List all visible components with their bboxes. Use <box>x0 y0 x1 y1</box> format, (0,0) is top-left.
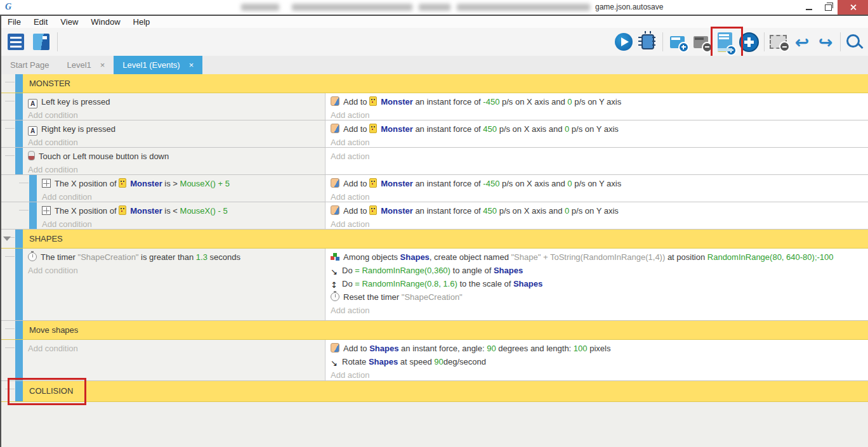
conditions-cell[interactable]: Add condition <box>23 340 325 380</box>
undo-button[interactable]: ↩ <box>791 30 813 53</box>
text-segment: to the scale of <box>457 279 513 288</box>
comment-label[interactable]: Move shapes <box>23 321 868 339</box>
condition-line[interactable]: Left key is pressed <box>28 95 320 108</box>
action-line[interactable]: Add to Shapes an instant force, angle: 9… <box>331 342 863 355</box>
add-action-link[interactable]: Add action <box>331 150 863 163</box>
comment-row-monster[interactable]: MONSTER <box>1 74 868 93</box>
condition-line[interactable]: Right key is pressed <box>28 122 320 136</box>
monster-icon <box>369 96 377 106</box>
comment-row-collision[interactable]: COLLISION <box>1 381 868 402</box>
close-button[interactable] <box>838 0 868 15</box>
menu-view[interactable]: View <box>58 17 84 27</box>
project-manager-button[interactable] <box>5 30 27 53</box>
action-line[interactable]: Add to Monster an instant force of 450 p… <box>331 204 863 217</box>
add-condition-link[interactable]: Add condition <box>28 163 320 176</box>
action-line[interactable]: Rotate Shapes at speed 90deg/second <box>331 355 863 368</box>
add-condition-link[interactable]: Add condition <box>42 217 320 231</box>
tab-start-page[interactable]: Start Page <box>1 56 58 74</box>
action-line[interactable]: Add to Monster an instant force of -450 … <box>331 177 863 190</box>
comment-label[interactable]: COLLISION <box>23 381 868 401</box>
restore-button[interactable] <box>819 0 838 15</box>
add-action-link[interactable]: Add action <box>331 108 863 122</box>
actions-cell[interactable]: Add to Monster an instant force of 450 p… <box>325 202 868 229</box>
conditions-cell[interactable]: Left key is pressed Add condition <box>23 93 325 120</box>
remove-selection-icon <box>770 35 787 49</box>
menu-window[interactable]: Window <box>88 17 126 27</box>
angle-icon <box>331 359 338 367</box>
text-segment: -450 <box>483 97 499 107</box>
text-segment: Among objects <box>343 252 400 262</box>
text-segment: Monster <box>381 179 413 188</box>
action-line[interactable]: Add to Monster an instant force of 450 p… <box>331 122 863 136</box>
comment-row-shapes[interactable]: SHAPES <box>1 230 868 249</box>
add-action-link[interactable]: Add action <box>331 368 863 382</box>
tab-close-icon[interactable]: × <box>100 60 105 70</box>
add-condition-link[interactable]: Add condition <box>28 136 320 149</box>
text-segment: deg/second <box>444 357 486 366</box>
minimize-button[interactable] <box>799 0 819 15</box>
tab-level1-events[interactable]: Level1 (Events) × <box>114 56 202 74</box>
comment-label[interactable]: SHAPES <box>23 230 868 248</box>
conditions-cell[interactable]: Right key is pressed Add condition <box>23 120 325 147</box>
remove-selection-button[interactable] <box>767 30 789 53</box>
add-condition-link[interactable]: Add condition <box>28 264 320 277</box>
add-event-button[interactable] <box>666 30 688 53</box>
search-button[interactable] <box>844 30 865 53</box>
conditions-cell[interactable]: Touch or Left mouse button is down Add c… <box>23 148 325 174</box>
tab-close-icon[interactable]: × <box>189 60 194 70</box>
sub-event-row[interactable]: The X position of Monster is > MouseX() … <box>1 175 868 202</box>
event-gutter <box>1 148 23 174</box>
condition-line[interactable]: The timer "ShapeCreation" is greater tha… <box>28 250 320 264</box>
actions-cell[interactable]: Add action <box>325 148 868 174</box>
sub-event-row[interactable]: The X position of Monster is < MouseX() … <box>1 202 868 230</box>
add-condition-link[interactable]: Add condition <box>28 342 320 355</box>
event-row[interactable]: Add condition Add to Shapes an instant f… <box>1 340 868 381</box>
add-condition-link[interactable]: Add condition <box>28 108 320 122</box>
conditions-cell[interactable]: The X position of Monster is < MouseX() … <box>37 202 325 229</box>
event-row[interactable]: Left key is pressed Add condition Add to… <box>1 93 868 120</box>
add-action-link[interactable]: Add action <box>331 136 863 149</box>
event-row[interactable]: The timer "ShapeCreation" is greater tha… <box>1 249 868 321</box>
text-segment: , create object named <box>430 252 511 262</box>
play-button[interactable] <box>613 30 635 53</box>
condition-line[interactable]: The X position of Monster is > MouseX() … <box>42 177 320 190</box>
comment-row-move-shapes[interactable]: Move shapes <box>1 321 868 340</box>
collapse-arrow-icon[interactable] <box>3 236 11 241</box>
add-subevent-button[interactable] <box>690 30 711 53</box>
text-segment: Monster <box>381 206 413 216</box>
add-action-link[interactable]: Add action <box>331 190 863 204</box>
action-line[interactable]: Add to Monster an instant force of -450 … <box>331 95 863 108</box>
menu-edit[interactable]: Edit <box>31 17 54 27</box>
event-row[interactable]: Touch or Left mouse button is down Add c… <box>1 148 868 175</box>
add-action-link[interactable]: Add action <box>331 304 863 317</box>
menu-help[interactable]: Help <box>131 17 157 27</box>
actions-cell[interactable]: Add to Monster an instant force of 450 p… <box>325 120 868 147</box>
text-segment: Add to <box>343 97 369 107</box>
toolbar-separator <box>840 32 841 51</box>
menu-file[interactable]: File <box>5 17 27 27</box>
condition-line[interactable]: Touch or Left mouse button is down <box>28 150 320 163</box>
condition-line[interactable]: The X position of Monster is < MouseX() … <box>42 204 320 217</box>
debug-button[interactable] <box>637 30 659 53</box>
action-line[interactable]: Do = RandomInRange(0,360) to angle of Sh… <box>331 264 863 277</box>
text-segment: Monster <box>381 97 413 107</box>
action-line[interactable]: Reset the timer "ShapeCreation" <box>331 290 863 304</box>
add-action-link[interactable]: Add action <box>331 217 863 231</box>
actions-cell[interactable]: Among objects Shapes, create object name… <box>325 249 868 320</box>
action-line[interactable]: Do = RandomInRange(0.8, 1.6) to the scal… <box>331 277 863 290</box>
text-segment: 90 <box>434 357 443 366</box>
actions-cell[interactable]: Add to Monster an instant force of -450 … <box>325 93 868 120</box>
redo-button[interactable]: ↪ <box>815 30 836 53</box>
action-line[interactable]: Among objects Shapes, create object name… <box>331 250 863 264</box>
events-sheet: MONSTER Left key is pressed Add conditio… <box>1 74 868 447</box>
event-row[interactable]: Right key is pressed Add condition Add t… <box>1 120 868 148</box>
scene-editor-button[interactable] <box>30 30 52 53</box>
tab-label: Level1 (Events) <box>122 60 180 70</box>
conditions-cell[interactable]: The X position of Monster is > MouseX() … <box>37 175 325 202</box>
add-condition-link[interactable]: Add condition <box>42 190 320 204</box>
comment-label[interactable]: MONSTER <box>23 74 868 93</box>
conditions-cell[interactable]: The timer "ShapeCreation" is greater tha… <box>23 249 325 320</box>
tab-level1[interactable]: Level1 × <box>58 56 114 74</box>
actions-cell[interactable]: Add to Monster an instant force of -450 … <box>325 175 868 202</box>
actions-cell[interactable]: Add to Shapes an instant force, angle: 9… <box>325 340 868 380</box>
